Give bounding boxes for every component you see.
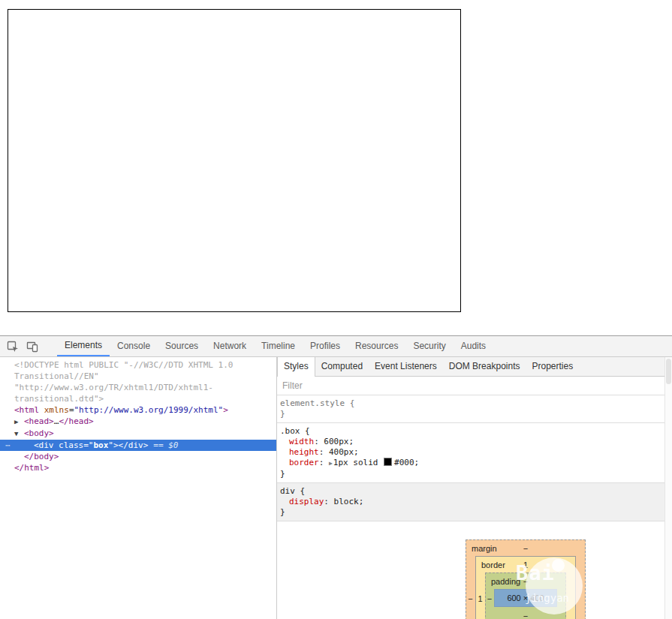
tab-computed[interactable]: Computed	[315, 357, 369, 376]
tab-resources[interactable]: Resources	[348, 336, 405, 356]
styles-filter-input[interactable]	[277, 380, 513, 391]
doctype-node[interactable]: "http://www.w3.org/TR/xhtml1/DTD/xhtml1-	[0, 382, 276, 393]
tab-dom-breakpoints[interactable]: DOM Breakpoints	[443, 357, 526, 376]
rule-div-user-agent: div { display: block; }	[277, 483, 672, 521]
rule-selector[interactable]: div {	[279, 486, 670, 497]
rule-selector[interactable]: .box {	[279, 426, 670, 437]
border-left-value: 1	[475, 590, 485, 608]
tab-sources[interactable]: Sources	[158, 336, 206, 356]
color-swatch[interactable]	[384, 458, 392, 466]
devtools-toolbar: Elements Console Sources Network Timelin…	[0, 336, 672, 357]
rule-close-brace: }	[279, 409, 670, 419]
tab-styles[interactable]: Styles	[277, 357, 315, 377]
more-actions-icon[interactable]: ⋯	[5, 440, 11, 451]
body-open-node[interactable]: ▼<body>	[0, 428, 276, 440]
devtools-tabbar: Elements Console Sources Network Timelin…	[57, 336, 493, 356]
tab-elements[interactable]: Elements	[57, 336, 110, 356]
padding-left-value: −	[485, 590, 494, 608]
screen: Elements Console Sources Network Timelin…	[0, 0, 672, 619]
tab-audits[interactable]: Audits	[454, 336, 493, 356]
css-property-width[interactable]: width: 600px;	[279, 437, 670, 447]
styles-filter-row	[277, 377, 672, 395]
inspect-icon[interactable]	[3, 336, 23, 356]
styles-sidebar: Styles Computed Event Listeners DOM Brea…	[277, 357, 672, 619]
body-close-node[interactable]: </body>	[0, 451, 276, 462]
html-close-node[interactable]: </html>	[0, 462, 276, 473]
baidu-watermark-title: Bai	[516, 568, 555, 578]
chevron-down-icon[interactable]: ▼	[14, 428, 24, 440]
tab-security[interactable]: Security	[405, 336, 453, 356]
rule-close-brace: }	[279, 507, 670, 518]
box-model-section: margin − border 1 padding − 600 × 400	[277, 521, 672, 619]
device-toolbar-icon[interactable]	[23, 336, 42, 356]
doctype-node[interactable]: <!DOCTYPE html PUBLIC "-//W3C//DTD XHTML…	[0, 359, 276, 371]
margin-top-value: −	[466, 543, 585, 554]
css-property-height[interactable]: height: 400px;	[279, 447, 670, 458]
chevron-right-icon[interactable]: ▶	[14, 416, 24, 428]
console-hint: == $0	[153, 440, 178, 450]
css-property-display[interactable]: display: block;	[279, 497, 670, 507]
rule-element-style: element.style { }	[277, 395, 672, 423]
elements-tree: <!DOCTYPE html PUBLIC "-//W3C//DTD XHTML…	[0, 357, 277, 619]
rule-selector[interactable]: element.style {	[279, 398, 670, 409]
tab-event-listeners[interactable]: Event Listeners	[369, 357, 443, 376]
tab-profiles[interactable]: Profiles	[303, 336, 348, 356]
margin-left-value: −	[466, 590, 475, 608]
browser-page	[0, 0, 672, 335]
expand-shorthand-icon[interactable]: ▶	[329, 460, 333, 467]
div-box-node-selected[interactable]: ⋯<div class="box"></div>== $0	[0, 440, 276, 451]
scrollbar-thumb[interactable]	[666, 359, 671, 384]
doctype-node[interactable]: transitional.dtd">	[0, 393, 276, 404]
devtools-panel: Elements Console Sources Network Timelin…	[0, 335, 672, 619]
tab-properties[interactable]: Properties	[526, 357, 579, 376]
styles-tabbar: Styles Computed Event Listeners DOM Brea…	[277, 357, 672, 377]
devtools-main: <!DOCTYPE html PUBLIC "-//W3C//DTD XHTML…	[0, 357, 672, 619]
demo-box	[8, 9, 461, 312]
styles-scrollbar[interactable]	[664, 357, 672, 619]
tab-timeline[interactable]: Timeline	[254, 336, 303, 356]
tab-network[interactable]: Network	[206, 336, 254, 356]
rule-close-brace: }	[279, 469, 670, 479]
tab-console[interactable]: Console	[110, 336, 158, 356]
baidu-watermark-subtitle: jingyan	[525, 593, 569, 603]
rule-box: .box { width: 600px; height: 400px; bord…	[277, 423, 672, 483]
css-property-border[interactable]: border: ▶1px solid #000;	[279, 458, 670, 469]
styles-content: element.style { } .box { width: 600px; h…	[277, 395, 672, 619]
html-open-node[interactable]: <html xmlns="http://www.w3.org/1999/xhtm…	[0, 404, 276, 416]
doctype-node[interactable]: Transitional//EN"	[0, 371, 276, 382]
head-node[interactable]: ▶<head>…</head>	[0, 416, 276, 428]
